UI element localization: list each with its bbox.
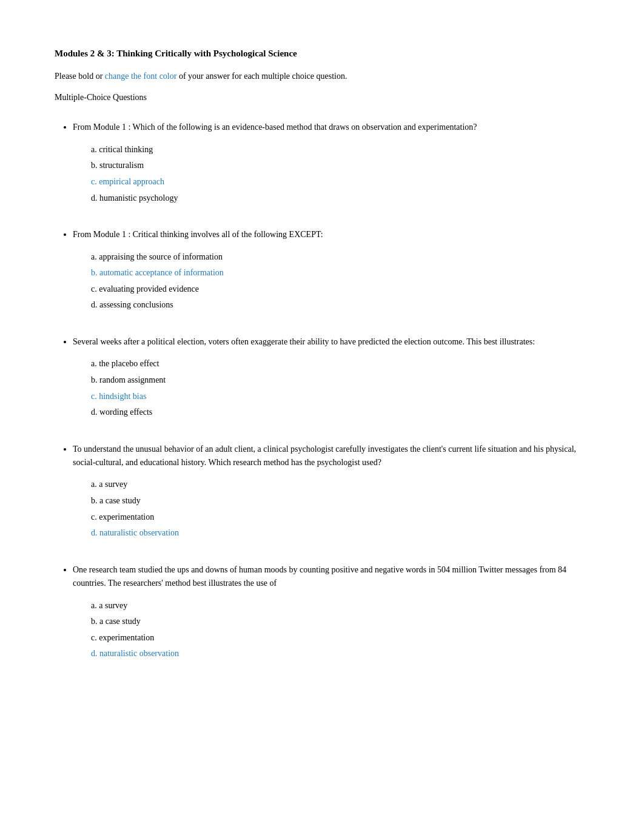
- answer-3c: c. hindsight bias: [91, 389, 589, 405]
- answer-4b-text: a case study: [99, 496, 141, 505]
- answer-4d-letter: d.: [91, 528, 98, 537]
- answer-2c-text: evaluating provided evidence: [99, 284, 199, 293]
- answer-4a-letter: a.: [91, 480, 97, 489]
- answer-list-1: a. critical thinking b. structuralism c.…: [73, 142, 589, 206]
- answer-1d-letter: d.: [91, 193, 98, 203]
- answer-2a-text: appraising the source of information: [99, 252, 223, 261]
- instructions-highlight: change the font color: [105, 72, 177, 81]
- answer-5c-letter: c.: [91, 633, 97, 642]
- answer-4d: d. naturalistic observation: [91, 525, 589, 542]
- answer-list-2: a. appraising the source of information …: [73, 249, 589, 314]
- answer-2b-letter: b.: [91, 268, 98, 277]
- answer-2d-letter: d.: [91, 300, 98, 309]
- question-item-2: From Module 1 : Critical thinking involv…: [73, 228, 589, 314]
- question-item-4: To understand the unusual behavior of an…: [73, 443, 589, 542]
- answer-3a-letter: a.: [91, 359, 97, 368]
- answer-5c-text: experimentation: [99, 633, 154, 642]
- questions-list: From Module 1 : Which of the following i…: [55, 121, 589, 662]
- answer-5d-letter: d.: [91, 649, 98, 658]
- section-heading: Multiple-Choice Questions: [55, 93, 589, 102]
- question-item-3: Several weeks after a political election…: [73, 335, 589, 421]
- answer-1b: b. structuralism: [91, 158, 589, 174]
- answer-1b-text: structuralism: [99, 161, 144, 170]
- answer-1c-text: empirical approach: [99, 177, 164, 186]
- answer-5a-text: a survey: [99, 601, 127, 610]
- page-container: Modules 2 & 3: Thinking Critically with …: [55, 49, 589, 662]
- answer-3c-text: hindsight bias: [99, 392, 146, 401]
- answer-4b-letter: b.: [91, 496, 98, 505]
- answer-5d-text: naturalistic observation: [99, 649, 179, 658]
- question-text-3: Several weeks after a political election…: [73, 335, 589, 349]
- answer-list-3: a. the placebo effect b. random assignme…: [73, 356, 589, 420]
- answer-3a-text: the placebo effect: [99, 359, 159, 368]
- answer-5a-letter: a.: [91, 601, 97, 610]
- answer-list-5: a. a survey b. a case study c. experimen…: [73, 598, 589, 662]
- answer-5b: b. a case study: [91, 614, 589, 630]
- question-item-1: From Module 1 : Which of the following i…: [73, 121, 589, 206]
- answer-2c-letter: c.: [91, 284, 97, 293]
- answer-3d-text: wording effects: [99, 407, 152, 417]
- answer-5d: d. naturalistic observation: [91, 646, 589, 662]
- answer-4a: a. a survey: [91, 477, 589, 493]
- answer-1a-text: critical thinking: [99, 145, 153, 154]
- answer-2b: b. automatic acceptance of information: [91, 265, 589, 281]
- page-title: Modules 2 & 3: Thinking Critically with …: [55, 49, 589, 59]
- answer-3b-text: random assignment: [99, 375, 166, 384]
- answer-5b-text: a case study: [99, 617, 141, 626]
- answer-1d: d. humanistic psychology: [91, 190, 589, 207]
- answer-3b-letter: b.: [91, 375, 98, 384]
- answer-1c: c. empirical approach: [91, 174, 589, 190]
- answer-5a: a. a survey: [91, 598, 589, 614]
- answer-1d-text: humanistic psychology: [99, 193, 178, 203]
- answer-4d-text: naturalistic observation: [99, 528, 179, 537]
- answer-list-4: a. a survey b. a case study c. experimen…: [73, 477, 589, 541]
- answer-1b-letter: b.: [91, 161, 98, 170]
- answer-2b-text: automatic acceptance of information: [99, 268, 224, 277]
- answer-5c: c. experimentation: [91, 630, 589, 646]
- answer-2a-letter: a.: [91, 252, 97, 261]
- answer-2a: a. appraising the source of information: [91, 249, 589, 266]
- answer-5b-letter: b.: [91, 617, 98, 626]
- answer-1c-letter: c.: [91, 177, 97, 186]
- question-text-2: From Module 1 : Critical thinking involv…: [73, 228, 589, 241]
- answer-4b: b. a case study: [91, 493, 589, 509]
- answer-4c-text: experimentation: [99, 512, 154, 521]
- answer-3d: d. wording effects: [91, 404, 589, 421]
- answer-1a: a. critical thinking: [91, 142, 589, 158]
- answer-2d: d. assessing conclusions: [91, 297, 589, 314]
- answer-4c: c. experimentation: [91, 509, 589, 526]
- question-text-1: From Module 1 : Which of the following i…: [73, 121, 589, 134]
- answer-3c-letter: c.: [91, 392, 97, 401]
- instructions-suffix: of your answer for each multiple choice …: [176, 72, 347, 81]
- question-text-5: One research team studied the ups and do…: [73, 563, 589, 591]
- instructions: Please bold or change the font color of …: [55, 70, 589, 83]
- answer-3d-letter: d.: [91, 407, 98, 417]
- question-text-4: To understand the unusual behavior of an…: [73, 443, 589, 470]
- answer-3b: b. random assignment: [91, 372, 589, 389]
- answer-2c: c. evaluating provided evidence: [91, 281, 589, 298]
- instructions-prefix: Please bold or: [55, 72, 105, 81]
- answer-2d-text: assessing conclusions: [99, 300, 173, 309]
- question-item-5: One research team studied the ups and do…: [73, 563, 589, 662]
- answer-3a: a. the placebo effect: [91, 356, 589, 372]
- answer-4a-text: a survey: [99, 480, 127, 489]
- answer-1a-letter: a.: [91, 145, 97, 154]
- answer-4c-letter: c.: [91, 512, 97, 521]
